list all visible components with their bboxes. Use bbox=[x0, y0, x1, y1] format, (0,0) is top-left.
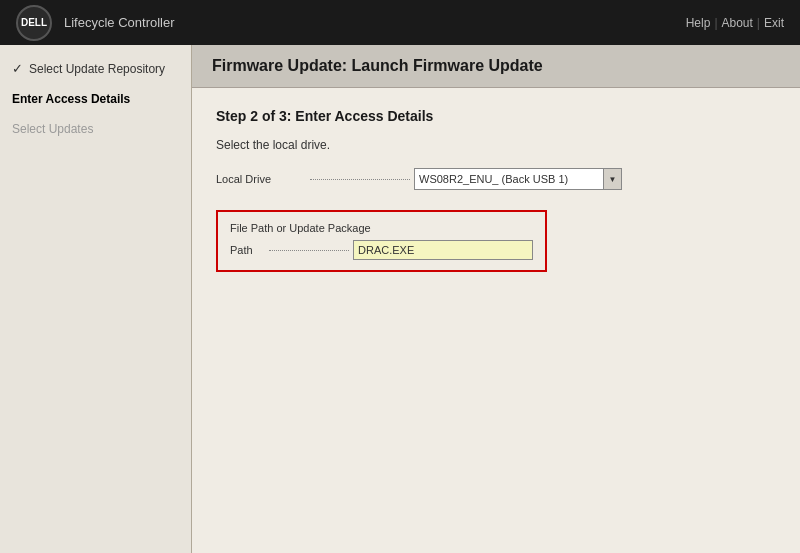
file-path-section-label: File Path or Update Package bbox=[230, 222, 533, 234]
content-body: Step 2 of 3: Enter Access Details Select… bbox=[192, 88, 800, 292]
about-link[interactable]: About bbox=[722, 16, 753, 30]
content-header: Firmware Update: Launch Firmware Update bbox=[192, 45, 800, 88]
sidebar-item-select-update-repo[interactable]: ✓ Select Update Repository bbox=[0, 53, 191, 84]
main-container: ✓ Select Update Repository Enter Access … bbox=[0, 45, 800, 553]
file-path-section: File Path or Update Package Path bbox=[216, 210, 547, 272]
exit-link[interactable]: Exit bbox=[764, 16, 784, 30]
path-dots bbox=[269, 250, 349, 251]
file-path-row: Path bbox=[230, 240, 533, 260]
local-drive-dropdown-wrapper: WS08R2_ENU_ (Back USB 1) ▼ bbox=[414, 168, 622, 190]
local-drive-label: Local Drive bbox=[216, 173, 306, 185]
sidebar-item-label: Select Updates bbox=[12, 122, 93, 136]
content-area: Firmware Update: Launch Firmware Update … bbox=[192, 45, 800, 553]
page-title: Firmware Update: Launch Firmware Update bbox=[212, 57, 780, 75]
sidebar-item-label: Select Update Repository bbox=[29, 62, 165, 76]
sidebar: ✓ Select Update Repository Enter Access … bbox=[0, 45, 192, 553]
dropdown-arrow-icon[interactable]: ▼ bbox=[604, 168, 622, 190]
dell-logo: DELL bbox=[16, 5, 52, 41]
path-label: Path bbox=[230, 244, 265, 256]
path-input[interactable] bbox=[353, 240, 533, 260]
checkmark-icon: ✓ bbox=[12, 61, 23, 76]
app-title: Lifecycle Controller bbox=[64, 15, 175, 30]
local-drive-select[interactable]: WS08R2_ENU_ (Back USB 1) bbox=[414, 168, 604, 190]
sidebar-item-enter-access-details[interactable]: Enter Access Details bbox=[0, 84, 191, 114]
instruction-text: Select the local drive. bbox=[216, 138, 776, 152]
local-drive-row: Local Drive WS08R2_ENU_ (Back USB 1) ▼ bbox=[216, 168, 776, 190]
dell-logo-text: DELL bbox=[21, 17, 47, 28]
nav-sep-2: | bbox=[757, 16, 760, 30]
step-title: Step 2 of 3: Enter Access Details bbox=[216, 108, 776, 124]
help-link[interactable]: Help bbox=[686, 16, 711, 30]
header-left: DELL Lifecycle Controller bbox=[16, 5, 175, 41]
nav-sep-1: | bbox=[714, 16, 717, 30]
sidebar-item-select-updates[interactable]: Select Updates bbox=[0, 114, 191, 144]
app-header: DELL Lifecycle Controller Help | About |… bbox=[0, 0, 800, 45]
sidebar-item-label: Enter Access Details bbox=[12, 92, 130, 106]
header-nav: Help | About | Exit bbox=[686, 16, 784, 30]
local-drive-dots bbox=[310, 179, 410, 180]
